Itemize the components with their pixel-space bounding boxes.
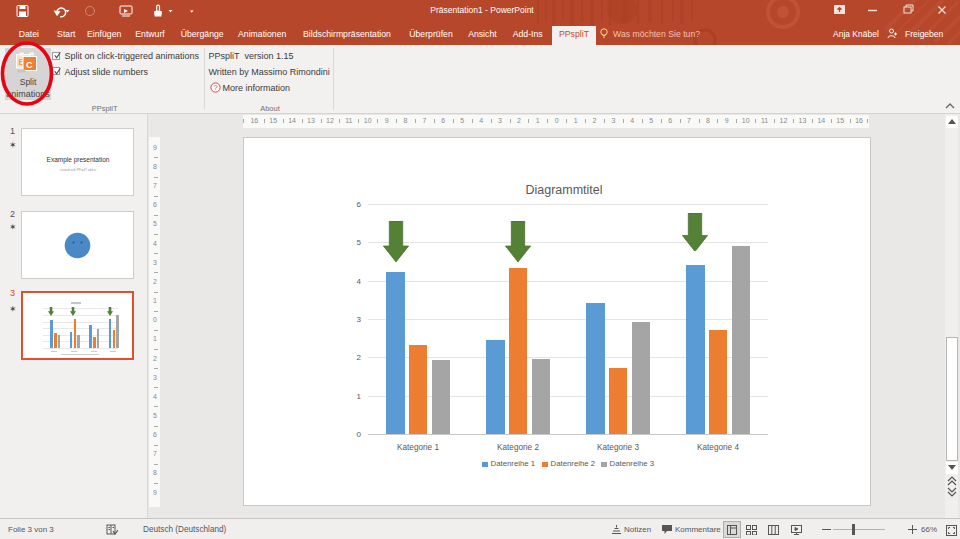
svg-text:?: ? [213,83,217,92]
